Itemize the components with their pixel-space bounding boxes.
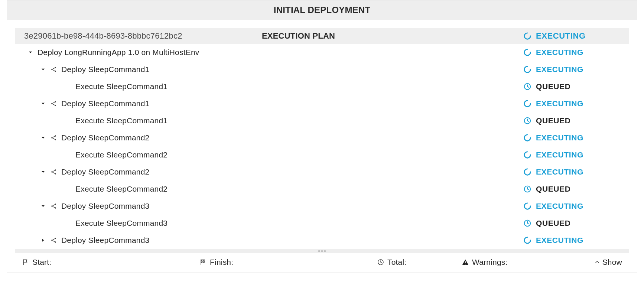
tree-label: Deploy SleepCommand3 — [61, 236, 149, 245]
tree-row[interactable]: Deploy SleepCommand2EXECUTING — [15, 163, 629, 180]
flag-checkered-icon — [199, 258, 207, 266]
svg-point-8 — [55, 101, 56, 102]
svg-point-7 — [51, 103, 53, 104]
svg-rect-34 — [204, 261, 205, 262]
panel-body: 3e29061b-be98-444b-8693-8bbbc7612bc2 EXE… — [7, 20, 637, 273]
spinner-icon — [523, 202, 531, 210]
share-icon — [50, 168, 58, 176]
svg-rect-33 — [202, 261, 203, 262]
footer-bar: Start: Finish: — [15, 253, 629, 273]
share-icon — [50, 66, 58, 73]
status-label: QUEUED — [536, 185, 570, 193]
total-label: Total: — [387, 258, 406, 267]
tree-row[interactable]: Execute SleepCommand2QUEUED — [15, 180, 629, 198]
svg-point-23 — [55, 204, 56, 205]
svg-point-14 — [55, 139, 56, 140]
spinner-icon — [523, 48, 531, 56]
tree-row[interactable]: Deploy SleepCommand1EXECUTING — [15, 61, 629, 78]
show-button[interactable]: Show — [594, 258, 622, 267]
chevron-down-icon[interactable] — [40, 101, 46, 106]
status-label: QUEUED — [536, 219, 570, 228]
svg-point-3 — [55, 67, 56, 68]
plan-status: EXECUTING — [523, 31, 620, 41]
svg-point-0 — [524, 33, 531, 39]
spinner-icon — [523, 134, 531, 142]
deployment-panel: INITIAL DEPLOYMENT 3e29061b-be98-444b-86… — [7, 0, 637, 273]
share-icon — [50, 237, 58, 244]
svg-point-16 — [524, 152, 531, 158]
status-label: EXECUTING — [536, 65, 583, 74]
svg-point-12 — [51, 137, 53, 139]
execution-plan-header: 3e29061b-be98-444b-8693-8bbbc7612bc2 EXE… — [15, 28, 629, 44]
status-label: EXECUTING — [536, 167, 583, 176]
warning-icon — [462, 258, 469, 266]
status-label: QUEUED — [536, 116, 570, 125]
chevron-down-icon[interactable] — [40, 67, 46, 72]
chevron-right-icon[interactable] — [40, 238, 46, 243]
svg-rect-38 — [465, 261, 466, 263]
chevron-down-icon[interactable] — [40, 169, 46, 175]
tree-row[interactable]: Deploy LongRunningApp 1.0 on MultiHostEn… — [15, 44, 629, 61]
tree-row[interactable]: Execute SleepCommand2EXECUTING — [15, 146, 629, 163]
svg-point-15 — [524, 135, 531, 141]
tree-row[interactable]: Deploy SleepCommand2EXECUTING — [15, 129, 629, 146]
chevron-down-icon[interactable] — [27, 50, 34, 55]
tree-label: Deploy LongRunningApp 1.0 on MultiHostEn… — [38, 48, 199, 57]
clock-icon — [523, 185, 531, 193]
flag-outline-icon — [22, 258, 29, 266]
chevron-down-icon[interactable] — [40, 135, 46, 140]
status-label: EXECUTING — [536, 133, 583, 142]
svg-point-18 — [55, 169, 56, 171]
spinner-icon — [523, 236, 531, 244]
svg-point-9 — [55, 105, 56, 106]
status-label: EXECUTING — [536, 150, 583, 159]
tree-row[interactable]: Execute SleepCommand1QUEUED — [15, 78, 629, 95]
start-label: Start: — [32, 258, 51, 267]
tree-row[interactable]: Execute SleepCommand1QUEUED — [15, 112, 629, 129]
drag-handle[interactable] — [15, 249, 629, 253]
spinner-icon — [523, 32, 531, 40]
tree-row[interactable]: Deploy SleepCommand3EXECUTING — [15, 232, 629, 249]
svg-rect-32 — [203, 260, 204, 261]
tree: Deploy LongRunningApp 1.0 on MultiHostEn… — [15, 44, 629, 249]
show-label: Show — [602, 258, 622, 267]
status-label: QUEUED — [536, 82, 570, 91]
svg-point-4 — [55, 71, 56, 72]
drag-dots-icon — [318, 250, 326, 252]
spinner-icon — [523, 151, 531, 159]
tree-label: Execute SleepCommand2 — [75, 185, 167, 193]
spinner-icon — [523, 65, 531, 74]
footer-start: Start: — [22, 258, 189, 267]
tree-label: Execute SleepCommand3 — [75, 219, 167, 228]
clock-icon — [377, 258, 384, 266]
tree-label: Deploy SleepCommand3 — [61, 202, 149, 211]
tree-row[interactable]: Deploy SleepCommand1EXECUTING — [15, 95, 629, 112]
share-icon — [50, 100, 58, 107]
svg-point-28 — [55, 238, 56, 239]
svg-rect-36 — [203, 261, 204, 263]
spinner-icon — [523, 168, 531, 176]
svg-rect-31 — [201, 260, 202, 261]
status-label: EXECUTING — [536, 202, 583, 211]
svg-point-29 — [55, 241, 56, 243]
svg-point-24 — [55, 207, 56, 209]
tree-label: Deploy SleepCommand2 — [61, 133, 149, 142]
tree-label: Execute SleepCommand1 — [75, 116, 167, 125]
tree-label: Deploy SleepCommand1 — [61, 65, 149, 74]
svg-point-30 — [524, 237, 531, 244]
tree-row[interactable]: Execute SleepCommand3QUEUED — [15, 215, 629, 232]
clock-icon — [523, 219, 531, 227]
status-label: EXECUTING — [536, 31, 586, 41]
tree-row[interactable]: Deploy SleepCommand3EXECUTING — [15, 198, 629, 215]
plan-uuid: 3e29061b-be98-444b-8693-8bbbc7612bc2 — [24, 31, 262, 41]
chevron-up-icon — [594, 259, 600, 265]
spinner-icon — [523, 100, 531, 108]
chevron-down-icon[interactable] — [40, 204, 46, 209]
footer-total: Total: — [377, 258, 451, 267]
footer-warnings: Warnings: — [462, 258, 532, 267]
clock-icon — [523, 82, 531, 91]
svg-point-22 — [51, 205, 53, 207]
tree-label: Execute SleepCommand2 — [75, 150, 167, 159]
plan-title: EXECUTION PLAN — [262, 31, 523, 41]
share-icon — [50, 202, 58, 210]
